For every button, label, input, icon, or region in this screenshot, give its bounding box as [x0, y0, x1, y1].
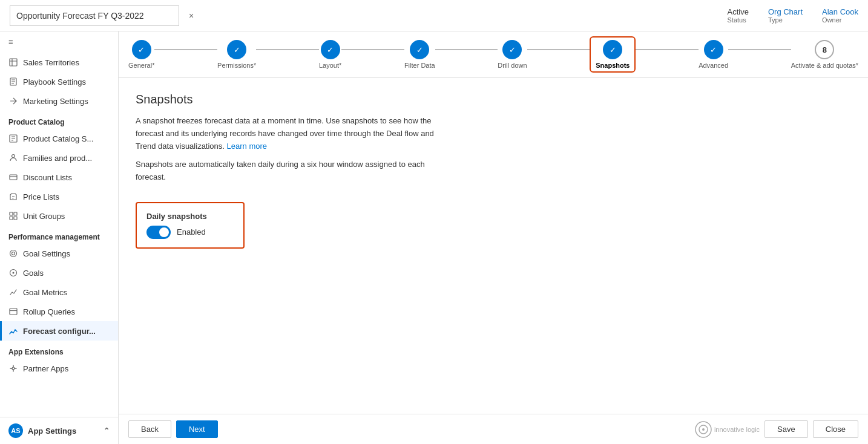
- sidebar-item-label: Goal Metrics: [23, 288, 67, 297]
- main-content: ✓ General* ✓ Permissions* ✓ Layout* ✓ Fi…: [119, 31, 868, 444]
- sidebar-item-marketing[interactable]: Marketing Settings: [0, 91, 118, 111]
- user-avatar: AS: [8, 423, 23, 438]
- page-title: Snapshots: [136, 93, 851, 106]
- sidebar-item-goal-settings[interactable]: Goal Settings: [0, 244, 118, 263]
- sidebar-item-label: Goal Settings: [23, 249, 70, 258]
- app-extensions-section: App Extensions: [0, 341, 118, 359]
- step-activate-label: Activate & add quotas*: [791, 62, 858, 69]
- sidebar-item-goals[interactable]: Goals: [0, 263, 118, 282]
- playbook-icon: [8, 77, 18, 87]
- step-drilldown-label: Drill down: [498, 62, 527, 69]
- toggle-card-title: Daily snapshots: [146, 212, 234, 221]
- step-advanced[interactable]: ✓ Advanced: [699, 40, 728, 69]
- learn-more-link[interactable]: Learn more: [227, 142, 267, 151]
- sidebar-item-forecast-config[interactable]: Forecast configur...: [0, 321, 118, 341]
- status-label: Status: [728, 16, 746, 24]
- svg-point-9: [10, 250, 17, 257]
- forecast-title-input[interactable]: [10, 5, 179, 26]
- sidebar-item-label: Families and prod...: [23, 154, 92, 163]
- svg-rect-4: [10, 175, 17, 180]
- svg-point-12: [13, 272, 15, 274]
- step-general[interactable]: ✓ General*: [128, 40, 154, 69]
- sidebar-item-label: Discount Lists: [23, 173, 72, 182]
- sidebar-item-label: Goals: [23, 269, 44, 278]
- save-button[interactable]: Save: [764, 420, 808, 438]
- toggle-row: Enabled: [146, 226, 234, 239]
- sidebar-item-discount[interactable]: Discount Lists: [0, 168, 118, 187]
- sidebar-item-label: Unit Groups: [23, 212, 65, 221]
- product-catalog-section: Product Catalog: [0, 111, 118, 129]
- hamburger-icon[interactable]: ≡: [0, 31, 118, 53]
- sidebar-item-price-lists[interactable]: Price Lists: [0, 187, 118, 206]
- sidebar: ≡ Sales Territories Playbook Settings Ma…: [0, 31, 119, 444]
- marketing-icon: [8, 96, 18, 106]
- close-button[interactable]: Close: [813, 420, 858, 438]
- app-settings-item[interactable]: AS App Settings ⌃: [0, 417, 118, 444]
- sidebar-item-rollup[interactable]: Rollup Queries: [0, 302, 118, 321]
- description-1: A snapshot freezes forecast data at a mo…: [136, 115, 450, 152]
- daily-snapshots-toggle[interactable]: [146, 226, 171, 239]
- sidebar-item-sales-territories[interactable]: Sales Territories: [0, 53, 118, 72]
- sidebar-item-families[interactable]: Families and prod...: [0, 148, 118, 168]
- step-line-5: [527, 49, 590, 50]
- back-button[interactable]: Back: [128, 420, 171, 438]
- step-filter[interactable]: ✓ Filter Data: [404, 40, 435, 69]
- svg-rect-13: [10, 309, 17, 315]
- goal-metrics-icon: [8, 287, 18, 297]
- step-snapshots-label: Snapshots: [596, 62, 630, 69]
- svg-point-10: [12, 252, 15, 255]
- step-snapshots[interactable]: ✓ Snapshots: [590, 36, 636, 73]
- forecast-icon: [8, 326, 18, 336]
- description-2: Snapshots are automatically taken daily …: [136, 158, 450, 184]
- sidebar-item-label: Product Catalog S...: [23, 134, 93, 143]
- sidebar-item-goal-metrics[interactable]: Goal Metrics: [0, 282, 118, 302]
- unit-groups-icon: [8, 211, 18, 221]
- type-value: Org Chart: [768, 7, 803, 16]
- sidebar-item-product-catalog-s[interactable]: Product Catalog S...: [0, 129, 118, 148]
- catalog-icon: [8, 134, 18, 143]
- svg-rect-6: [14, 212, 17, 215]
- sidebar-item-label: Sales Territories: [23, 58, 79, 67]
- sidebar-item-partner-apps[interactable]: Partner Apps: [0, 359, 118, 378]
- status-meta: Active Status: [728, 7, 749, 24]
- step-layout[interactable]: ✓ Layout*: [319, 40, 341, 69]
- watermark-text: innovative logic: [714, 426, 760, 433]
- rollup-icon: [8, 307, 18, 316]
- daily-snapshots-card: Daily snapshots Enabled: [136, 202, 245, 249]
- step-drilldown[interactable]: ✓ Drill down: [498, 40, 527, 69]
- toggle-enabled-label: Enabled: [177, 227, 206, 237]
- expand-icon: ⌃: [104, 426, 110, 435]
- app-settings-label: App Settings: [28, 426, 76, 436]
- owner-value: Alan Cook: [822, 7, 858, 16]
- goals-icon: [8, 268, 18, 278]
- next-button[interactable]: Next: [176, 420, 218, 438]
- price-icon: [8, 192, 18, 201]
- step-permissions-label: Permissions*: [217, 62, 256, 69]
- goal-settings-icon: [8, 249, 18, 258]
- type-meta: Org Chart Type: [768, 7, 803, 24]
- svg-point-17: [702, 428, 705, 431]
- status-value: Active: [728, 7, 749, 16]
- sidebar-item-label: Rollup Queries: [23, 307, 75, 316]
- sidebar-item-label: Forecast configur...: [23, 327, 96, 336]
- discount-icon: [8, 172, 18, 182]
- title-close-icon[interactable]: ×: [189, 11, 194, 21]
- watermark-logo-icon: [695, 421, 712, 438]
- step-activate[interactable]: 8 Activate & add quotas*: [791, 40, 858, 69]
- step-permissions[interactable]: ✓ Permissions*: [217, 40, 256, 69]
- footer: Back Next innovative logic Save Close: [119, 414, 868, 444]
- families-icon: [8, 153, 18, 163]
- step-layout-label: Layout*: [319, 62, 341, 69]
- owner-label: Owner: [822, 16, 841, 24]
- sidebar-bottom: AS App Settings ⌃: [0, 417, 118, 444]
- step-line-3: [341, 49, 404, 50]
- step-line-4: [435, 49, 498, 50]
- partner-icon: [8, 364, 18, 373]
- page-content: Snapshots A snapshot freezes forecast da…: [119, 78, 868, 414]
- type-label: Type: [768, 16, 783, 24]
- sidebar-item-unit-groups[interactable]: Unit Groups: [0, 206, 118, 226]
- svg-rect-8: [14, 217, 17, 220]
- sidebar-item-playbook[interactable]: Playbook Settings: [0, 72, 118, 91]
- step-line-7: [728, 49, 791, 50]
- svg-rect-5: [10, 212, 13, 215]
